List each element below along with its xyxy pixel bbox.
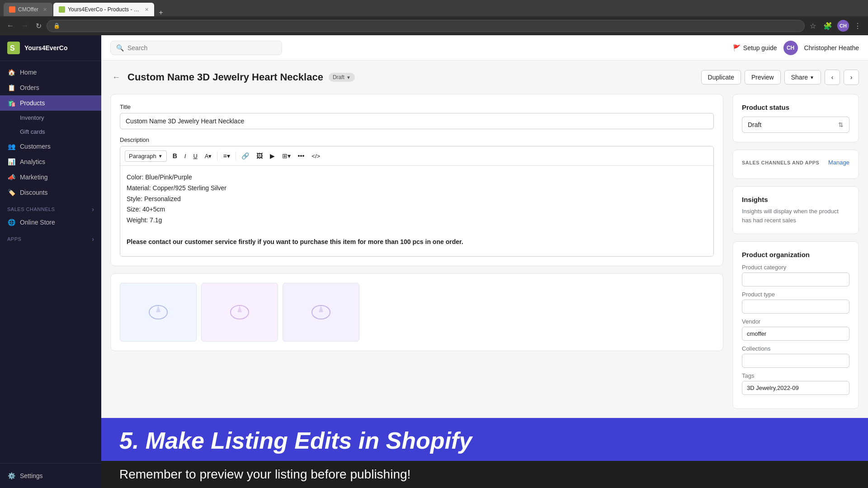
- user-avatar-browser[interactable]: CH: [837, 20, 849, 32]
- prev-product-button[interactable]: ‹: [825, 70, 840, 85]
- tab-close-shopify[interactable]: ✕: [145, 7, 149, 13]
- sidebar-item-inventory[interactable]: Inventory: [0, 111, 101, 125]
- extensions-button[interactable]: 🧩: [821, 20, 835, 32]
- org-field-category-label: Product category: [742, 264, 849, 271]
- draft-badge[interactable]: Draft ▼: [329, 73, 355, 82]
- underline-button[interactable]: U: [190, 150, 200, 162]
- link-button[interactable]: 🔗: [238, 150, 252, 162]
- org-field-tags-input[interactable]: [742, 381, 849, 395]
- new-tab-button[interactable]: +: [155, 9, 166, 16]
- user-name: Christopher Heathe: [804, 44, 859, 52]
- sales-channels-section-title: SALES CHANNELS AND APPS: [742, 160, 819, 165]
- tab-shopify[interactable]: Yours4EverCo - Products - Custo... ✕: [53, 3, 154, 16]
- product-organization-title: Product organization: [742, 251, 849, 258]
- org-field-category-input[interactable]: [742, 272, 849, 286]
- desc-line-3: Style: Personalized: [127, 194, 707, 205]
- tab-close-cmoffer[interactable]: ✕: [43, 7, 47, 13]
- sidebar-item-label-discounts: Discounts: [20, 189, 47, 196]
- duplicate-button[interactable]: Duplicate: [701, 70, 741, 84]
- draft-badge-caret-icon: ▼: [346, 75, 351, 80]
- sales-channels-card: SALES CHANNELS AND APPS Manage: [732, 150, 859, 179]
- thumbnail-3[interactable]: [283, 283, 359, 342]
- sidebar-item-label-marketing: Marketing: [20, 174, 47, 181]
- sidebar-item-online-store[interactable]: 🌐 Online Store: [0, 215, 101, 230]
- page-header: ← Custom Name 3D Jewelry Heart Necklace …: [110, 70, 859, 85]
- source-button[interactable]: </>: [308, 150, 323, 162]
- menu-button[interactable]: ⋮: [852, 20, 863, 32]
- paragraph-caret-icon: ▼: [158, 154, 163, 159]
- discounts-icon: 🏷️: [7, 189, 15, 196]
- status-value: Draft: [748, 121, 761, 128]
- sales-channels-expand-icon[interactable]: ›: [92, 206, 94, 213]
- two-col-layout: Title Description Paragraph ▼ B: [110, 94, 859, 409]
- header-right: 🚩 Setup guide CH Christopher Heathe: [733, 41, 859, 55]
- thumbnail-2[interactable]: [201, 283, 278, 342]
- sidebar-item-gift-cards[interactable]: Gift cards: [0, 125, 101, 139]
- org-field-vendor-input[interactable]: [742, 327, 849, 341]
- address-input[interactable]: admin.shopify.com/store/yours4everco/pro…: [63, 23, 798, 29]
- setup-guide-button[interactable]: 🚩 Setup guide: [733, 44, 777, 52]
- page-title: Custom Name 3D Jewelry Heart Necklace: [127, 71, 323, 83]
- sidebar-item-home[interactable]: 🏠 Home: [0, 65, 101, 80]
- share-caret-icon: ▼: [810, 75, 814, 80]
- video-button[interactable]: ▶: [267, 150, 278, 162]
- thumbnail-1[interactable]: [120, 283, 197, 342]
- org-field-type-input[interactable]: [742, 300, 849, 314]
- header-search-container[interactable]: 🔍: [110, 41, 282, 55]
- image-button[interactable]: 🖼: [253, 150, 266, 162]
- back-button[interactable]: ←: [110, 71, 122, 84]
- text-color-button[interactable]: A▾: [202, 150, 215, 162]
- forward-nav-button[interactable]: →: [19, 20, 31, 32]
- desc-line-7: Please contact our customer service firs…: [127, 237, 707, 248]
- org-field-collections-input[interactable]: [742, 354, 849, 368]
- apps-expand-icon[interactable]: ›: [92, 235, 94, 243]
- sidebar-item-orders[interactable]: 📋 Orders: [0, 80, 101, 95]
- editor-container: Paragraph ▼ B I U A▾ ≡▾ 🔗: [120, 146, 714, 257]
- bookmark-button[interactable]: ☆: [807, 20, 818, 32]
- title-input[interactable]: [120, 113, 714, 129]
- more-button[interactable]: •••: [295, 150, 308, 162]
- insights-title: Insights: [742, 196, 849, 203]
- jewelry-icon-1: [145, 299, 172, 326]
- user-avatar[interactable]: CH: [783, 41, 798, 55]
- svg-marker-3: [156, 305, 160, 312]
- sidebar-item-label-gift-cards: Gift cards: [20, 128, 45, 135]
- paragraph-select-label: Paragraph: [129, 153, 156, 160]
- store-name: Yours4EverCo: [24, 44, 67, 52]
- main-area: 🔍 🚩 Setup guide CH Christopher Heathe ← …: [101, 35, 868, 488]
- org-field-vendor: Vendor: [742, 318, 849, 341]
- jewelry-icon-2: [226, 299, 253, 326]
- paragraph-select[interactable]: Paragraph ▼: [125, 150, 167, 162]
- sidebar-item-customers[interactable]: 👥 Customers: [0, 139, 101, 154]
- sidebar-item-discounts[interactable]: 🏷️ Discounts: [0, 185, 101, 200]
- sidebar-item-analytics[interactable]: 📊 Analytics: [0, 154, 101, 169]
- sidebar-section-sales-channels: Sales channels ›: [0, 200, 101, 215]
- sidebar-item-settings[interactable]: ⚙️ Settings: [0, 468, 101, 483]
- org-field-collections: Collections: [742, 345, 849, 368]
- sidebar-item-products[interactable]: 🛍️ Products: [0, 95, 101, 111]
- next-product-button[interactable]: ›: [844, 70, 859, 85]
- tab-favicon-cmoffer: [9, 6, 15, 13]
- editor-content[interactable]: Color: Blue/Pink/Purple Material: Copper…: [120, 166, 713, 256]
- reload-button[interactable]: ↻: [33, 20, 44, 32]
- shopify-logo-icon: S: [7, 42, 20, 54]
- status-select[interactable]: Draft ⇅: [742, 117, 849, 133]
- org-field-type: Product type: [742, 291, 849, 314]
- table-button[interactable]: ⊞▾: [279, 150, 294, 162]
- address-bar[interactable]: 🔒 admin.shopify.com/store/yours4everco/p…: [47, 20, 805, 32]
- sidebar-item-marketing[interactable]: 📣 Marketing: [0, 169, 101, 185]
- search-input[interactable]: [127, 44, 276, 52]
- flag-icon: 🚩: [733, 44, 741, 52]
- italic-button[interactable]: I: [181, 150, 189, 162]
- preview-button[interactable]: Preview: [745, 70, 781, 84]
- share-button[interactable]: Share ▼: [784, 70, 821, 84]
- manage-link[interactable]: Manage: [828, 159, 849, 166]
- sidebar-item-label-analytics: Analytics: [20, 158, 45, 165]
- align-button[interactable]: ≡▾: [220, 150, 233, 162]
- bold-button[interactable]: B: [170, 150, 180, 162]
- org-field-tags: Tags: [742, 372, 849, 395]
- tab-cmoffer[interactable]: CMOffer ✕: [4, 3, 52, 16]
- tab-label-cmoffer: CMOffer: [18, 6, 38, 13]
- back-nav-button[interactable]: ←: [5, 20, 16, 32]
- draft-badge-label: Draft: [333, 74, 344, 80]
